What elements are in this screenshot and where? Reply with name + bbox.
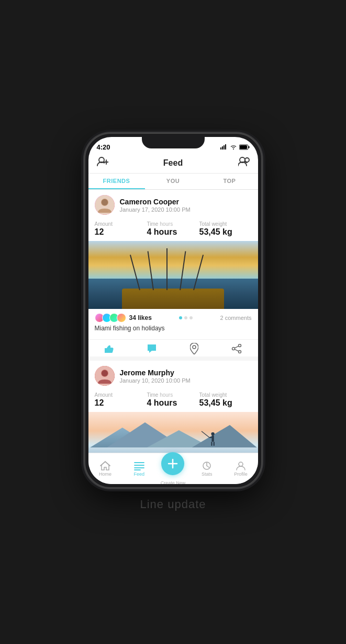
share-button[interactable]: [216, 343, 258, 354]
stat-time: Time hours 4 hours: [147, 221, 199, 237]
post-date: January 17, 2020 10:00 PM: [120, 206, 252, 213]
post-user-name: Cameron Cooper: [120, 198, 252, 206]
stats-icon: [202, 461, 212, 470]
svg-rect-2: [224, 145, 225, 150]
avatar: [95, 366, 115, 386]
stat-weight-value: 53,45 kg: [199, 398, 252, 408]
stat-time-label: Time hours: [147, 392, 199, 398]
svg-point-15: [193, 346, 196, 349]
svg-rect-1: [222, 146, 223, 150]
post-date: January 10, 2020 10:00 PM: [120, 377, 252, 384]
status-time: 4:20: [97, 143, 110, 151]
tab-you[interactable]: YOU: [145, 174, 202, 189]
svg-point-43: [239, 462, 243, 466]
stat-time-value: 4 hours: [147, 227, 199, 237]
stat-weight-label: Total weight: [199, 221, 252, 227]
stat-weight: Total weight 53,45 kg: [199, 392, 252, 408]
stat-time: Time hours 4 hours: [147, 392, 199, 408]
top-bar: Feed: [88, 154, 258, 174]
phone-screen: 4:20: [88, 137, 258, 484]
phone-frame: 4:20: [84, 133, 262, 488]
post-image-2: [88, 412, 258, 453]
post-header: Cameron Cooper January 17, 2020 10:00 PM: [88, 190, 258, 219]
svg-point-16: [239, 344, 241, 347]
battery-icon: [239, 144, 250, 150]
stat-amount: Amount 12: [95, 392, 147, 408]
stat-time-sublabel: hours: [160, 221, 173, 227]
svg-rect-3: [225, 144, 226, 150]
svg-rect-35: [213, 442, 214, 446]
likes-row: 34 likes 2 comments: [95, 313, 252, 323]
svg-point-17: [232, 348, 235, 350]
stat-amount-label: Amount: [95, 221, 147, 227]
nav-stats-label: Stats: [202, 472, 213, 477]
feed-icon: [134, 461, 144, 470]
nav-home-label: Home: [99, 472, 111, 477]
svg-rect-5: [248, 146, 249, 148]
svg-point-11: [245, 158, 249, 162]
feed-scroll[interactable]: Cameron Cooper January 17, 2020 10:00 PM…: [88, 190, 258, 453]
nav-feed-label: Feed: [133, 472, 144, 477]
tab-top[interactable]: TOP: [202, 174, 258, 189]
svg-rect-34: [211, 442, 212, 446]
tab-bar: FRIENDS YOU TOP: [88, 174, 258, 190]
post-stats: Amount 12 Time hours 4 hours Total weigh…: [88, 390, 258, 412]
likes-avatars: [95, 313, 124, 323]
status-icons: [220, 144, 250, 150]
post-header: Jerome Murphy January 10, 2020 10:00 PM: [88, 361, 258, 390]
add-user-button[interactable]: [97, 157, 108, 169]
post-footer: 34 likes 2 comments Miami fishing on hol…: [88, 309, 258, 339]
plus-icon: [168, 458, 178, 469]
stat-amount-label: Amount: [95, 392, 147, 398]
nav-stats[interactable]: Stats: [190, 461, 224, 477]
stat-time-value: 4 hours: [147, 398, 199, 408]
screen-content: Feed FRIENDS YOU TOP: [88, 154, 258, 484]
wifi-icon: [230, 144, 237, 150]
avatar-placeholder-2: [95, 366, 115, 386]
post-stats: Amount 12 Time hours 4 hours Total weigh…: [88, 219, 258, 241]
tab-friends[interactable]: FRIENDS: [88, 174, 145, 189]
likes-count: 34 likes: [129, 314, 152, 321]
location-button[interactable]: [173, 343, 216, 354]
stat-weight-label: Total weight: [199, 392, 252, 398]
home-icon: [100, 461, 110, 470]
like-button[interactable]: [88, 343, 131, 354]
svg-point-23: [102, 370, 108, 376]
dot-1: [179, 316, 182, 319]
fab-create[interactable]: [161, 452, 184, 475]
nav-profile[interactable]: Profile: [224, 461, 258, 477]
dot-indicators: [179, 316, 193, 319]
svg-rect-6: [240, 145, 247, 149]
nav-create-label: Create New: [161, 480, 186, 485]
stat-weight: Total weight 53,45 kg: [199, 221, 252, 237]
stat-amount: Amount 12: [95, 221, 147, 237]
post-card: Cameron Cooper January 17, 2020 10:00 PM…: [88, 190, 258, 356]
svg-rect-31: [211, 435, 214, 442]
action-bar: [88, 339, 258, 356]
profile-button[interactable]: [238, 157, 250, 169]
post-user-name: Jerome Murphy: [120, 369, 252, 377]
dot-3: [189, 316, 193, 319]
signal-icon: [220, 144, 228, 150]
nav-profile-label: Profile: [234, 472, 248, 477]
small-avatar: [117, 313, 126, 323]
svg-rect-32: [209, 437, 213, 438]
post-card: Jerome Murphy January 10, 2020 10:00 PM …: [88, 361, 258, 453]
nav-home[interactable]: Home: [88, 461, 122, 477]
comment-button[interactable]: [131, 343, 173, 354]
page-title: Feed: [163, 158, 183, 168]
svg-rect-0: [220, 147, 221, 150]
svg-line-19: [235, 346, 238, 348]
notch: [142, 137, 205, 148]
dot-2: [184, 316, 187, 319]
stat-amount-value: 12: [95, 398, 147, 408]
nav-feed[interactable]: Feed: [122, 461, 156, 477]
avatar-placeholder: [95, 195, 115, 215]
stat-weight-value: 53,45 kg: [199, 227, 252, 237]
post-user-info: Cameron Cooper January 17, 2020 10:00 PM: [120, 198, 252, 213]
comments-count: 2 comments: [220, 315, 252, 321]
post-user-info: Jerome Murphy January 10, 2020 10:00 PM: [120, 369, 252, 384]
below-text: Line update: [140, 498, 206, 511]
nav-create[interactable]: Create New: [156, 452, 190, 485]
profile-nav-icon: [236, 461, 245, 470]
